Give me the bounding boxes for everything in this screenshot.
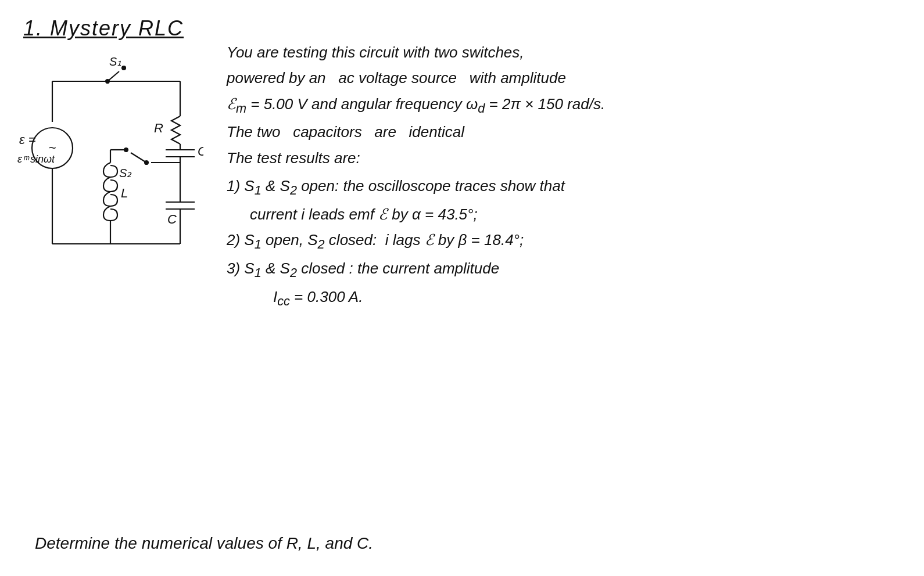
svg-text:ε: ε <box>17 153 23 165</box>
content-area: You are testing this circuit with two sw… <box>227 41 901 313</box>
svg-text:sinωt: sinωt <box>30 153 55 165</box>
page-title: 1. Mystery RLC <box>23 16 184 40</box>
svg-text:S₁: S₁ <box>109 55 121 68</box>
svg-text:R: R <box>154 121 163 135</box>
svg-line-11 <box>131 153 146 163</box>
intro-line-1: You are testing this circuit with two sw… <box>227 41 901 64</box>
circuit-diagram: ~ S₂ S₁ R <box>17 46 209 290</box>
svg-line-17 <box>108 71 119 81</box>
bottom-question: Determine the numerical values of R, L, … <box>35 534 373 553</box>
question-text: Determine the numerical values of R, L, … <box>35 534 373 552</box>
svg-text:m: m <box>24 154 30 162</box>
circuit-svg: ~ S₂ S₁ R <box>17 46 203 296</box>
intro-line-5: The test results are: <box>227 146 901 170</box>
svg-text:C: C <box>167 212 177 226</box>
intro-line-4: The two capacitors are identical <box>227 120 901 143</box>
intro-line-3: ℰm = 5.00 V and angular frequency ωd = 2… <box>227 92 901 118</box>
title-area: 1. Mystery RLC <box>23 16 184 41</box>
intro-line-2: powered by an ac voltage source with amp… <box>227 66 901 89</box>
svg-text:ε =: ε = <box>19 132 36 147</box>
test-result-3: 3) S1 & S2 closed : the current amplitud… <box>227 257 901 283</box>
svg-point-18 <box>122 66 126 70</box>
test-result-1: 1) S1 & S2 open: the oscilloscope traces… <box>227 174 901 200</box>
svg-text:S₂: S₂ <box>119 167 132 179</box>
test-result-2: 2) S1 open, S2 closed: i lags ℰ by β = 1… <box>227 228 901 254</box>
test-result-1b: current i leads emf ℰ by α = 43.5°; <box>250 203 901 226</box>
svg-text:C: C <box>198 144 203 159</box>
svg-text:L: L <box>121 186 128 200</box>
test-result-3b: Icc = 0.300 A. <box>273 285 901 311</box>
